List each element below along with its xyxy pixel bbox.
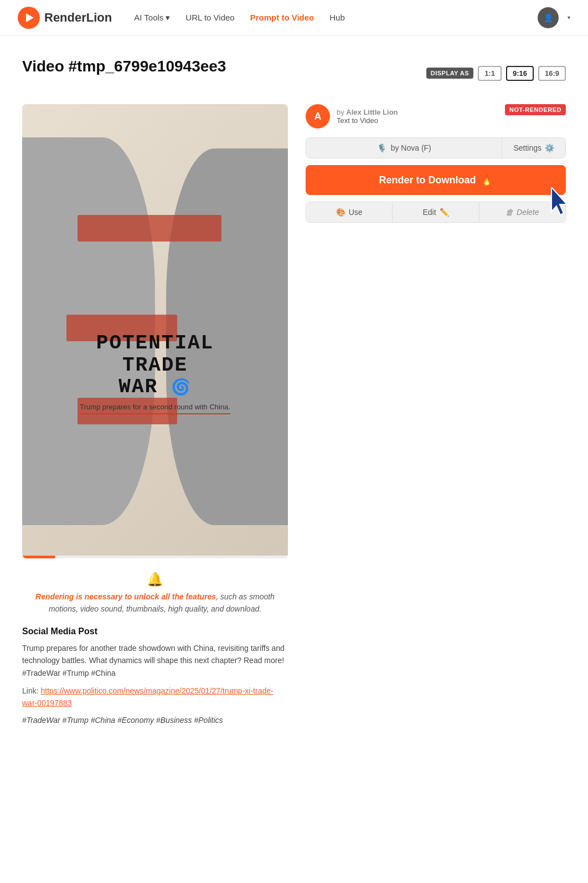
author-info: by Alex Little Lion Text to Video	[337, 108, 398, 125]
social-hashtags: #TradeWar #Trump #China #Economy #Busine…	[22, 714, 288, 726]
logo[interactable]: RenderLion	[18, 7, 112, 29]
social-section: Social Media Post Trump prepares for ano…	[22, 627, 288, 726]
right-panel: A by Alex Little Lion Text to Video NOT-…	[306, 104, 566, 232]
use-button[interactable]: 🎨 Use	[306, 202, 393, 223]
bell-icon: 🔔	[22, 572, 288, 587]
author-area: A by Alex Little Lion Text to Video	[306, 104, 398, 129]
user-chevron-icon: ▾	[568, 14, 570, 20]
render-btn-container: Render to Download 🔥	[306, 165, 566, 195]
author-by-label: by Alex Little Lion	[337, 108, 398, 116]
video-thumbnail[interactable]: POTENTIAL TRADE WAR 🌀 Trump prepares for…	[22, 104, 288, 558]
content-layout: POTENTIAL TRADE WAR 🌀 Trump prepares for…	[22, 104, 566, 726]
user-avatar-button[interactable]: 👤	[538, 7, 559, 28]
title-display-row: Video #tmp_6799e10943ee3 DISPLAY AS 1:1 …	[22, 58, 566, 89]
render-note: Rendering is necessary to unlock all the…	[33, 591, 277, 615]
svg-marker-1	[551, 187, 567, 215]
video-text-overlay: POTENTIAL TRADE WAR 🌀 Trump prepares for…	[61, 332, 249, 414]
video-emoji: 🌀	[171, 379, 192, 397]
main-content: Video #tmp_6799e10943ee3 DISPLAY AS 1:1 …	[0, 35, 588, 759]
progress-fill	[22, 556, 55, 558]
microphone-icon: 🎙️	[377, 143, 386, 152]
gear-icon: ⚙️	[545, 143, 554, 152]
voice-button[interactable]: 🎙️ by Nova (F)	[306, 138, 502, 158]
nav-right: 👤 ▾	[538, 7, 570, 28]
video-subtitle: Trump prepares for a second round with C…	[80, 403, 230, 414]
trash-icon: 🗑	[506, 208, 513, 217]
not-rendered-badge: NOT-RENDERED	[505, 104, 566, 115]
action-row: 🎨 Use Edit ✏️ 🗑 Delete	[306, 202, 566, 223]
aspect-9-16-button[interactable]: 9:16	[506, 66, 534, 81]
nav-url-to-video[interactable]: URL to Video	[185, 13, 234, 22]
settings-button[interactable]: Settings ⚙️	[502, 138, 565, 158]
social-link-line: Link: https://www.politico.com/news/maga…	[22, 685, 288, 710]
svg-marker-0	[26, 13, 34, 22]
display-as-row: DISPLAY AS 1:1 9:16 16:9	[426, 66, 566, 81]
nav-hub[interactable]: Hub	[329, 13, 345, 22]
navbar: RenderLion AI Tools ▾ URL to Video Promp…	[0, 0, 588, 35]
chevron-down-icon: ▾	[166, 13, 170, 23]
nav-ai-tools[interactable]: AI Tools ▾	[134, 13, 170, 23]
page-title: Video #tmp_6799e10943ee3	[22, 58, 226, 75]
palette-icon: 🎨	[336, 208, 345, 217]
social-link[interactable]: https://www.politico.com/news/magazine/2…	[22, 686, 274, 707]
aspect-1-1-button[interactable]: 1:1	[478, 66, 502, 81]
render-to-download-button[interactable]: Render to Download 🔥	[306, 165, 566, 195]
cursor-overlay	[549, 187, 577, 220]
author-type: Text to Video	[337, 116, 398, 125]
logo-text: RenderLion	[44, 11, 112, 25]
nav-links: AI Tools ▾ URL to Video Prompt to Video …	[134, 13, 538, 23]
fire-icon: 🔥	[481, 174, 493, 186]
render-note-area: 🔔 Rendering is necessary to unlock all t…	[22, 572, 288, 615]
edit-icon: ✏️	[440, 208, 449, 217]
video-thumb-inner: POTENTIAL TRADE WAR 🌀 Trump prepares for…	[22, 104, 288, 558]
voice-settings-row: 🎙️ by Nova (F) Settings ⚙️	[306, 137, 566, 158]
red-bar-1	[78, 215, 221, 242]
nav-prompt-to-video[interactable]: Prompt to Video	[250, 13, 314, 22]
author-header-row: A by Alex Little Lion Text to Video NOT-…	[306, 104, 566, 129]
progress-bar	[22, 556, 288, 558]
avatar: A	[306, 104, 330, 129]
social-title: Social Media Post	[22, 627, 288, 636]
video-title: POTENTIAL TRADE WAR 🌀	[61, 332, 249, 398]
social-body: Trump prepares for another trade showdow…	[22, 642, 288, 679]
video-area: POTENTIAL TRADE WAR 🌀 Trump prepares for…	[22, 104, 288, 726]
display-as-label: DISPLAY AS	[426, 68, 473, 79]
logo-icon	[18, 7, 40, 29]
aspect-16-9-button[interactable]: 16:9	[538, 66, 566, 81]
edit-button[interactable]: Edit ✏️	[393, 202, 479, 223]
